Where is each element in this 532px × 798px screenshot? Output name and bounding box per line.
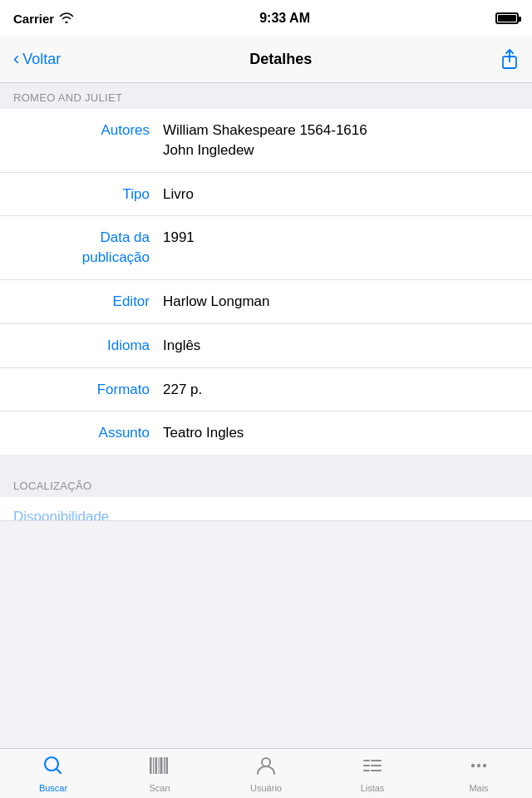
location-section-header: LOCALIZAÇÃO bbox=[0, 471, 532, 497]
share-button[interactable] bbox=[500, 48, 519, 71]
value-assunto: Teatro Ingles bbox=[163, 423, 519, 443]
user-icon bbox=[254, 754, 278, 781]
tab-bar: Buscar Scan Usuário bbox=[0, 748, 532, 798]
tab-usuario[interactable]: Usuário bbox=[213, 749, 319, 798]
label-editor: Editor bbox=[13, 292, 163, 312]
detail-list: Autores William Shakespeare 1564-1616Joh… bbox=[0, 109, 532, 455]
value-autores: William Shakespeare 1564-1616John Ingled… bbox=[163, 121, 519, 160]
table-row: Autores William Shakespeare 1564-1616Joh… bbox=[0, 109, 532, 173]
value-tipo: Livro bbox=[163, 185, 519, 204]
label-assunto: Assunto bbox=[13, 423, 163, 443]
value-idioma: Inglês bbox=[163, 336, 519, 356]
page-title: Detalhes bbox=[249, 51, 312, 68]
label-data: Data dapublicação bbox=[13, 228, 163, 268]
label-tipo: Tipo bbox=[13, 185, 163, 204]
book-section-header: ROMEO AND JULIET bbox=[0, 83, 532, 109]
value-editor: Harlow Longman bbox=[163, 292, 519, 312]
wifi-icon bbox=[59, 12, 74, 26]
table-row: Tipo Livro bbox=[0, 173, 532, 217]
status-bar: Carrier 9:33 AM bbox=[0, 0, 532, 37]
svg-point-9 bbox=[262, 758, 270, 766]
label-formato: Formato bbox=[13, 380, 163, 400]
status-left: Carrier bbox=[13, 12, 74, 26]
tab-listas[interactable]: Listas bbox=[319, 749, 426, 798]
share-icon bbox=[500, 48, 519, 71]
label-idioma: Idioma bbox=[13, 336, 163, 356]
svg-rect-2 bbox=[150, 757, 152, 774]
svg-point-17 bbox=[477, 764, 480, 767]
back-button[interactable]: ‹ Voltar bbox=[13, 51, 61, 68]
tab-scan[interactable]: Scan bbox=[106, 749, 213, 798]
back-chevron-icon: ‹ bbox=[13, 50, 19, 68]
battery-icon bbox=[495, 12, 519, 24]
svg-rect-6 bbox=[160, 757, 163, 774]
barcode-icon bbox=[148, 754, 171, 781]
section-gap bbox=[0, 455, 532, 471]
more-icon bbox=[467, 754, 490, 781]
search-icon bbox=[42, 754, 65, 781]
svg-point-16 bbox=[471, 764, 475, 767]
svg-point-18 bbox=[483, 764, 486, 767]
content-area: ROMEO AND JULIET Autores William Shakesp… bbox=[0, 83, 532, 748]
status-time: 9:33 AM bbox=[259, 11, 310, 26]
table-row: Idioma Inglês bbox=[0, 324, 532, 368]
svg-rect-4 bbox=[155, 757, 158, 774]
table-row: Data dapublicação 1991 bbox=[0, 216, 532, 280]
label-autores: Autores bbox=[13, 121, 163, 140]
tab-usuario-label: Usuário bbox=[250, 783, 282, 793]
svg-rect-8 bbox=[166, 757, 169, 774]
carrier-label: Carrier bbox=[13, 12, 54, 26]
svg-rect-7 bbox=[164, 757, 165, 774]
tab-buscar-label: Buscar bbox=[39, 783, 67, 793]
tab-buscar[interactable]: Buscar bbox=[0, 749, 106, 798]
table-row: Assunto Teatro Ingles bbox=[0, 411, 532, 455]
svg-rect-3 bbox=[153, 757, 154, 774]
table-row: Disponibilidade bbox=[0, 497, 532, 521]
back-label: Voltar bbox=[22, 51, 61, 68]
nav-bar: ‹ Voltar Detalhes bbox=[0, 37, 532, 83]
table-row: Editor Harlow Longman bbox=[0, 280, 532, 324]
location-list: Disponibilidade bbox=[0, 497, 532, 521]
tab-listas-label: Listas bbox=[361, 783, 385, 793]
tab-mais-label: Mais bbox=[469, 783, 488, 793]
tab-scan-label: Scan bbox=[149, 783, 170, 793]
value-formato: 227 p. bbox=[163, 380, 519, 400]
status-right bbox=[495, 12, 519, 24]
list-icon bbox=[361, 754, 384, 781]
table-row: Formato 227 p. bbox=[0, 368, 532, 412]
partial-label: Disponibilidade bbox=[13, 509, 109, 521]
svg-rect-5 bbox=[159, 757, 160, 774]
tab-mais[interactable]: Mais bbox=[426, 749, 532, 798]
value-data: 1991 bbox=[163, 228, 519, 248]
